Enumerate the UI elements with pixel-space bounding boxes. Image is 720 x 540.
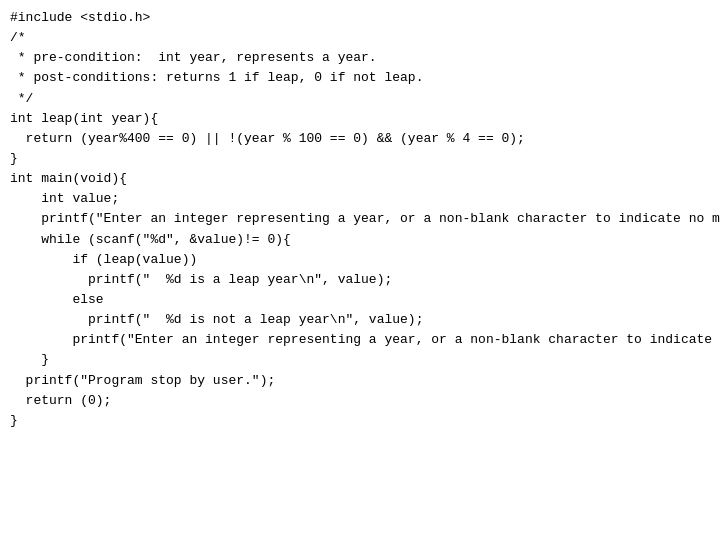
code-line: printf("Program stop by user."); bbox=[10, 371, 710, 391]
code-line: int leap(int year){ bbox=[10, 109, 710, 129]
code-line: return (0); bbox=[10, 391, 710, 411]
code-line: /* bbox=[10, 28, 710, 48]
code-line: } bbox=[10, 411, 710, 431]
code-editor: #include <stdio.h>/* * pre-condition: in… bbox=[0, 0, 720, 540]
code-line: */ bbox=[10, 89, 710, 109]
code-line: * pre-condition: int year, represents a … bbox=[10, 48, 710, 68]
code-line: printf("Enter an integer representing a … bbox=[10, 209, 710, 229]
code-line: } bbox=[10, 149, 710, 169]
code-line: int value; bbox=[10, 189, 710, 209]
code-line: return (year%400 == 0) || !(year % 100 =… bbox=[10, 129, 710, 149]
code-line: int main(void){ bbox=[10, 169, 710, 189]
code-line: * post-conditions: returns 1 if leap, 0 … bbox=[10, 68, 710, 88]
code-line: while (scanf("%d", &value)!= 0){ bbox=[10, 230, 710, 250]
code-line: #include <stdio.h> bbox=[10, 8, 710, 28]
code-line: if (leap(value)) bbox=[10, 250, 710, 270]
code-line: printf(" %d is a leap year\n", value); bbox=[10, 270, 710, 290]
code-line: printf(" %d is not a leap year\n", value… bbox=[10, 310, 710, 330]
code-line: } bbox=[10, 350, 710, 370]
code-line: printf("Enter an integer representing a … bbox=[10, 330, 710, 350]
code-line: else bbox=[10, 290, 710, 310]
